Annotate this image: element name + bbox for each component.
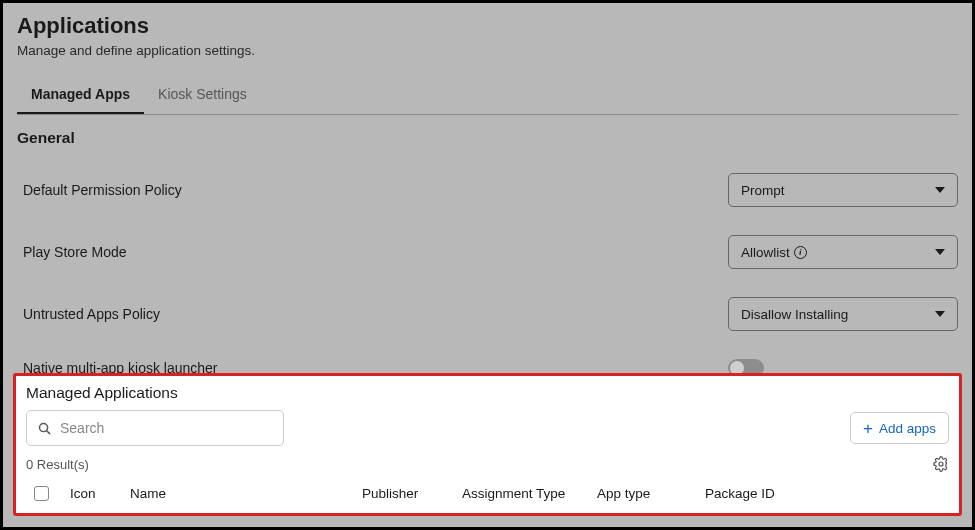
add-apps-label: Add apps — [879, 421, 936, 436]
setting-untrusted-apps: Untrusted Apps Policy Disallow Installin… — [17, 287, 958, 341]
add-apps-button[interactable]: + Add apps — [850, 412, 949, 444]
setting-playstore-mode: Play Store Mode Allowlist i — [17, 225, 958, 279]
svg-point-0 — [40, 423, 48, 431]
dropdown-untrusted-value: Disallow Installing — [741, 307, 848, 322]
table-header: Icon Name Publisher Assignment Type App … — [26, 480, 949, 501]
col-icon: Icon — [70, 486, 130, 501]
select-all-checkbox[interactable] — [34, 486, 49, 501]
chevron-down-icon — [935, 249, 945, 255]
section-general-heading: General — [17, 129, 958, 147]
tab-kiosk-settings[interactable]: Kiosk Settings — [144, 76, 261, 114]
label-untrusted-apps: Untrusted Apps Policy — [23, 306, 160, 322]
label-playstore-mode: Play Store Mode — [23, 244, 127, 260]
chevron-down-icon — [935, 187, 945, 193]
plus-icon: + — [863, 420, 873, 437]
tab-managed-apps[interactable]: Managed Apps — [17, 76, 144, 114]
chevron-down-icon — [935, 311, 945, 317]
col-package-id: Package ID — [705, 486, 949, 501]
col-assignment-type: Assignment Type — [462, 486, 597, 501]
dropdown-permission-policy[interactable]: Prompt — [728, 173, 958, 207]
results-count: 0 Result(s) — [26, 457, 89, 472]
label-permission-policy: Default Permission Policy — [23, 182, 182, 198]
gear-icon[interactable] — [933, 456, 949, 472]
dropdown-permission-value: Prompt — [741, 183, 785, 198]
dropdown-playstore-mode[interactable]: Allowlist i — [728, 235, 958, 269]
tab-row: Managed Apps Kiosk Settings — [17, 76, 958, 115]
setting-permission-policy: Default Permission Policy Prompt — [17, 163, 958, 217]
page-subtitle: Manage and define application settings. — [17, 43, 958, 58]
search-icon — [37, 421, 52, 436]
info-icon[interactable]: i — [794, 246, 807, 259]
dropdown-untrusted-apps[interactable]: Disallow Installing — [728, 297, 958, 331]
search-box[interactable] — [26, 410, 284, 446]
col-app-type: App type — [597, 486, 705, 501]
managed-apps-title: Managed Applications — [26, 384, 949, 402]
search-input[interactable] — [60, 420, 273, 436]
col-publisher: Publisher — [362, 486, 462, 501]
dropdown-playstore-value: Allowlist — [741, 245, 790, 260]
page-title: Applications — [17, 13, 958, 39]
svg-line-1 — [47, 430, 50, 433]
svg-point-2 — [939, 462, 943, 466]
managed-apps-panel: Managed Applications + Add apps 0 Result… — [13, 373, 962, 516]
col-name: Name — [130, 486, 362, 501]
